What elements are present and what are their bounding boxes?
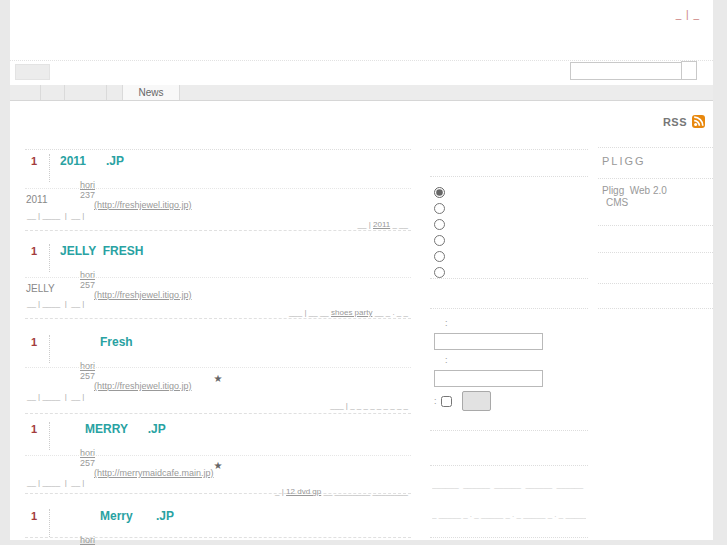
tab-2[interactable] <box>41 85 65 100</box>
author-link[interactable]: hori <box>80 448 95 458</box>
tab-news[interactable]: News <box>123 85 180 100</box>
sort-option[interactable] <box>434 184 445 200</box>
author-link[interactable]: hori <box>80 535 95 545</box>
article-rank: 1 <box>31 155 37 167</box>
rank-divider <box>49 335 50 363</box>
rank-divider <box>49 422 50 450</box>
source-url-link[interactable]: (http://freshjewel.itigo.jp) <box>94 290 192 300</box>
article-row: 1 JELLY FRESH hori 257 (http://freshjewe… <box>25 231 411 319</box>
sidebar-divider <box>430 465 588 466</box>
sidebar-divider <box>430 278 588 279</box>
sidebar-divider <box>430 430 588 431</box>
sidebar-divider <box>598 252 713 253</box>
article-actions[interactable]: __ | ____ | __ | <box>27 478 84 487</box>
login-field1-label: : <box>445 318 448 328</box>
article-title-link[interactable]: Fresh <box>100 335 133 349</box>
login-submit-row: : <box>434 391 491 411</box>
sidebar-divider <box>430 176 588 177</box>
pligg-heading: PLIGG <box>602 155 646 167</box>
login-password-input[interactable] <box>434 370 543 387</box>
article-star: ★ <box>25 460 411 471</box>
article-row: 1 Merry .JP hori 257 (http://merrymaidca… <box>25 494 411 538</box>
pligg-text-line1: Pligg Web 2.0 <box>602 185 667 197</box>
sidebar-divider <box>598 225 713 226</box>
tags-prefix: __ | <box>358 220 373 229</box>
sort-radio[interactable] <box>434 251 445 262</box>
tags-suffix: _ __ <box>390 220 408 229</box>
top-account-links[interactable]: _ | _ <box>676 9 700 20</box>
tag-cloud-row[interactable]: ______ ______ ______ ______ ______ <box>432 480 586 489</box>
tag-cloud-row[interactable]: _ _____ _ . _ _____ _ . _ _____ _ . _ __… <box>432 510 586 519</box>
search-button[interactable] <box>681 61 697 80</box>
article-inner-divider <box>25 188 411 189</box>
toolbar-box[interactable] <box>15 64 50 80</box>
navbar: News <box>10 85 713 101</box>
sort-option[interactable] <box>434 248 445 264</box>
sort-option[interactable] <box>434 200 445 216</box>
sidebar-divider <box>598 283 713 284</box>
sort-option[interactable] <box>434 216 445 232</box>
article-inner-divider <box>25 277 411 278</box>
article-rank: 1 <box>31 245 37 257</box>
sidebar-divider <box>598 178 713 179</box>
rss-icon[interactable] <box>692 115 705 128</box>
article-row: 1 Fresh hori 257 (http://freshjewel.itig… <box>25 319 411 414</box>
author-link[interactable]: hori <box>80 361 95 371</box>
article-actions[interactable]: __ | ____ | __ | <box>27 211 84 220</box>
tag-link[interactable]: shoes party <box>331 308 372 317</box>
article-row: 1 2011 .JP hori 237 (http://freshjewel.i… <box>25 149 411 231</box>
article-title-link[interactable]: 2011 .JP <box>60 154 124 168</box>
tags-prefix: ___ | <box>330 401 350 410</box>
article-description: JELLY <box>26 283 55 294</box>
remember-checkbox[interactable] <box>441 396 452 407</box>
sort-radio[interactable] <box>434 267 445 278</box>
article-meta: hori 257 (http://merrymaidcafe.main.jp) <box>65 525 214 545</box>
rss-block: RSS <box>663 115 705 128</box>
article-star: ★ <box>25 373 411 384</box>
page: _ | _ News RSS 1 2011 .JP hori <box>10 0 713 540</box>
tags-suffix: _ _ _ _ _ _ _ _ _ <box>350 401 408 410</box>
article-description: 2011 <box>26 194 48 205</box>
rank-divider <box>49 509 50 537</box>
tab-3[interactable] <box>65 85 107 100</box>
article-age: 257 <box>80 280 95 290</box>
remember-label: : <box>434 396 437 406</box>
tags-prefix: ___ | __ __ <box>289 308 331 317</box>
article-title-link[interactable]: JELLY FRESH <box>60 244 143 258</box>
article-title-link[interactable]: Merry .JP <box>100 509 174 523</box>
sidebar-divider <box>598 308 713 309</box>
article-rank: 1 <box>31 423 37 435</box>
header-divider <box>10 60 713 61</box>
sidebar-divider <box>430 308 588 309</box>
login-field2-label: : <box>445 355 448 365</box>
tag-link[interactable]: 2011 <box>373 220 390 229</box>
pligg-text-line2: CMS <box>606 197 628 209</box>
sidebar-divider <box>598 147 713 148</box>
sort-radio[interactable] <box>434 203 445 214</box>
source-url-link[interactable]: (http://freshjewel.itigo.jp) <box>94 200 192 210</box>
sidebar-divider <box>430 537 588 538</box>
article-inner-divider <box>25 455 411 456</box>
tab-1[interactable] <box>10 85 41 100</box>
article-rank: 1 <box>31 336 37 348</box>
navbar-filler <box>180 85 713 100</box>
article-actions[interactable]: __ | ____ | __ | <box>27 299 84 308</box>
article-title-link[interactable]: MERRY .JP <box>85 422 166 436</box>
article-inner-divider <box>25 367 411 368</box>
search-input[interactable] <box>570 62 682 80</box>
article-row: 1 MERRY .JP hori 257 (http://merrymaidca… <box>25 414 411 494</box>
rank-divider <box>49 244 50 272</box>
sort-radio[interactable] <box>434 219 445 230</box>
sort-option[interactable] <box>434 232 445 248</box>
article-actions[interactable]: __ | ____ | __ | <box>27 392 84 401</box>
login-button[interactable] <box>462 391 491 411</box>
tab-4[interactable] <box>107 85 123 100</box>
rss-label: RSS <box>663 116 687 128</box>
tags-suffix: __ _ . _ _ <box>372 308 408 317</box>
sidebar-divider <box>430 149 588 150</box>
sort-radio[interactable] <box>434 235 445 246</box>
author-link[interactable]: hori <box>80 270 95 280</box>
article-rank: 1 <box>31 510 37 522</box>
sort-radio[interactable] <box>434 187 445 198</box>
login-username-input[interactable] <box>434 333 543 350</box>
